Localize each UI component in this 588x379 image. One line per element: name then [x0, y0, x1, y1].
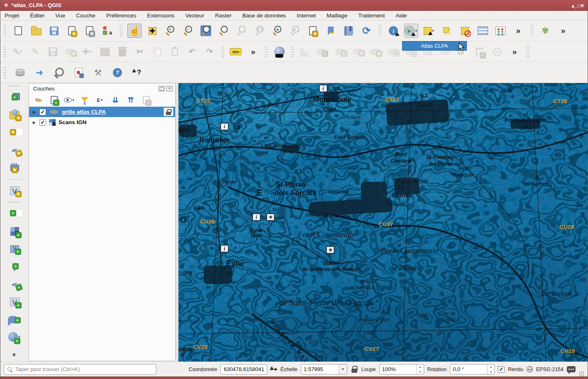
add-wms-layer-button[interactable]: ▼	[7, 330, 22, 344]
locator-search-input[interactable]: Taper pour trouver (Ctrl+K)	[4, 364, 156, 375]
add-virtual-layer-button[interactable]: ⋁	[7, 294, 22, 309]
zoom-out-button[interactable]: −	[181, 24, 195, 38]
zoom-last-button[interactable]: ◄	[270, 24, 284, 38]
map-canvas[interactable]: CT26CT27CT28CU26CU27CU28CV26CV27CV280,2M…	[178, 83, 588, 362]
expand-icon[interactable]: ▶	[33, 120, 37, 125]
menu-traitement[interactable]: Traitement	[358, 12, 385, 19]
new-spatial-bookmark-button[interactable]	[324, 24, 338, 38]
data-import-arrow-button[interactable]: ➜	[32, 66, 46, 80]
zoom-to-layer-button[interactable]	[217, 24, 231, 38]
add-raster-layer-button[interactable]	[7, 224, 22, 239]
rotation-spinbox[interactable]: 0,0 ° ▲▼	[450, 364, 495, 374]
menu-raster[interactable]: Raster	[215, 12, 232, 19]
layer-visibility-checkbox[interactable]: ✓	[39, 119, 46, 126]
add-group-button[interactable]	[47, 94, 61, 106]
label-toolbar-button[interactable]: abe	[229, 45, 243, 59]
toolbar-handle[interactable]	[3, 66, 6, 79]
whats-this-button[interactable]: ?	[130, 66, 144, 80]
collapse-all-button[interactable]: ⇈	[124, 94, 138, 106]
toolbar-handle[interactable]	[8, 201, 21, 204]
toolbar-handle[interactable]	[291, 46, 294, 58]
expand-icon[interactable]: ▶	[33, 110, 37, 114]
zoom-full-extent-button[interactable]	[199, 24, 213, 38]
filter-legend-button[interactable]	[78, 94, 92, 106]
resize-grip[interactable]	[579, 371, 584, 377]
manage-map-themes-dropdown-icon[interactable]: ▼	[72, 98, 75, 102]
panel-close-icon[interactable]: ✕	[166, 86, 173, 91]
magnifier-spinbox[interactable]: 100% ▲▼	[379, 364, 424, 374]
deselect-all-button[interactable]	[458, 24, 472, 38]
plugin-tools-button[interactable]: ⚒	[91, 66, 105, 80]
layer-row-grille-atlas-clpa[interactable]: ▶✓grille atlas CLPA	[29, 107, 175, 117]
vertex-tool-dropdown-icon[interactable]: ▼	[89, 50, 93, 54]
new-geopackage-layer-button[interactable]	[7, 108, 22, 122]
panel-float-icon[interactable]	[159, 86, 165, 91]
rotation-spin-buttons[interactable]: ▲▼	[487, 364, 494, 374]
filter-legend-by-expression-dropdown-icon[interactable]: ▼	[100, 98, 103, 102]
style-manager-button[interactable]: a	[100, 24, 115, 38]
new-spatialite-layer-button[interactable]: ✒	[7, 143, 22, 158]
open-attribute-table-button[interactable]	[476, 24, 490, 38]
new-temporary-scratch-layer-button[interactable]: ⋁	[7, 183, 22, 198]
current-edits-dropdown-icon[interactable]: ▼	[20, 50, 23, 54]
toolbar-handle[interactable]	[120, 24, 122, 37]
menu-couche[interactable]: Couche	[76, 12, 95, 19]
menu-aide[interactable]: Aide	[395, 12, 407, 19]
show-spatial-bookmarks-button[interactable]	[342, 24, 356, 38]
refresh-map-button[interactable]: ⟳	[359, 24, 373, 38]
open-project-button[interactable]	[29, 24, 43, 38]
left-toolbar-extension-button[interactable]: »	[7, 347, 22, 362]
show-layout-manager-button[interactable]	[83, 24, 97, 38]
manage-map-themes-button[interactable]: ▼	[62, 94, 76, 106]
export-pdf-button[interactable]: ✱	[71, 66, 85, 80]
new-map-view-button[interactable]	[306, 24, 320, 38]
layer-visibility-checkbox[interactable]: ✓	[39, 109, 46, 115]
new-print-layout-button[interactable]	[65, 24, 79, 38]
add-delimited-text-layer-button[interactable]: ,	[7, 259, 22, 274]
add-mesh-layer-button[interactable]: ╳	[7, 242, 22, 256]
minimize-button[interactable]: _	[574, 3, 577, 9]
maximize-button[interactable]: □	[577, 3, 580, 9]
toolbar-handle[interactable]	[221, 46, 224, 58]
toolbar-handle[interactable]	[530, 24, 533, 37]
run-feature-action-button[interactable]: ▼	[404, 24, 418, 38]
menu--diter[interactable]: Éditer	[30, 12, 44, 19]
extent-toggle-icon[interactable]: ⌖	[271, 366, 277, 373]
add-postgis-layer-button[interactable]: ▼	[7, 312, 22, 327]
help-contents-button[interactable]: ?	[110, 66, 124, 80]
toolbar-handle[interactable]	[378, 24, 381, 37]
expand-all-button[interactable]: ⇊	[108, 94, 122, 106]
pan-to-selection-button[interactable]: ✚	[145, 24, 159, 38]
run-feature-action-dropdown-icon[interactable]: ▼	[415, 29, 418, 33]
search-plugin-button[interactable]	[52, 66, 66, 80]
pan-map-button[interactable]: ☝	[127, 24, 142, 38]
add-vector-layer-button[interactable]	[7, 206, 22, 221]
title-bar[interactable]: ❖ *atlas_CLPA - QGIS ▴_□✕	[0, 0, 588, 11]
toolbar-handle[interactable]	[265, 46, 268, 58]
select-features-button[interactable]: ▼	[422, 24, 436, 38]
processing-toolbox-button[interactable]: ✾	[538, 24, 552, 38]
toolbar-extension-button[interactable]: »	[511, 24, 525, 38]
add-spatialite-layer-button[interactable]: ✒	[7, 277, 22, 291]
toolbar-handle[interactable]	[3, 24, 6, 37]
new-virtual-layer-button[interactable]	[7, 161, 22, 175]
zoom-in-button[interactable]: +	[163, 24, 177, 38]
menu-vue[interactable]: Vue	[56, 12, 66, 19]
scale-combo[interactable]: 1:57995 ▼	[301, 364, 347, 374]
toolbar-handle[interactable]	[526, 46, 529, 58]
menu-base-de-donn-es[interactable]: Base de données	[242, 12, 286, 19]
new-project-button[interactable]	[11, 24, 25, 38]
label-toolbar-extension-button[interactable]: »	[246, 45, 260, 59]
open-data-source-manager-button[interactable]	[7, 90, 22, 105]
crs-globe-icon[interactable]	[527, 366, 533, 372]
osm-place-search-button[interactable]	[272, 45, 286, 59]
filter-legend-by-expression-button[interactable]: ε▼	[93, 94, 107, 106]
save-project-button[interactable]	[47, 24, 61, 38]
coordinate-input[interactable]: 630478,6158041	[220, 364, 267, 374]
toolbar-handle[interactable]	[8, 85, 21, 88]
menu-maillage[interactable]: Maillage	[327, 12, 347, 19]
db-manager-button[interactable]	[13, 66, 27, 80]
layer-lock-icon[interactable]	[163, 108, 173, 116]
lock-scale-icon[interactable]	[351, 366, 357, 373]
menu-projet[interactable]: Projet	[5, 12, 19, 19]
